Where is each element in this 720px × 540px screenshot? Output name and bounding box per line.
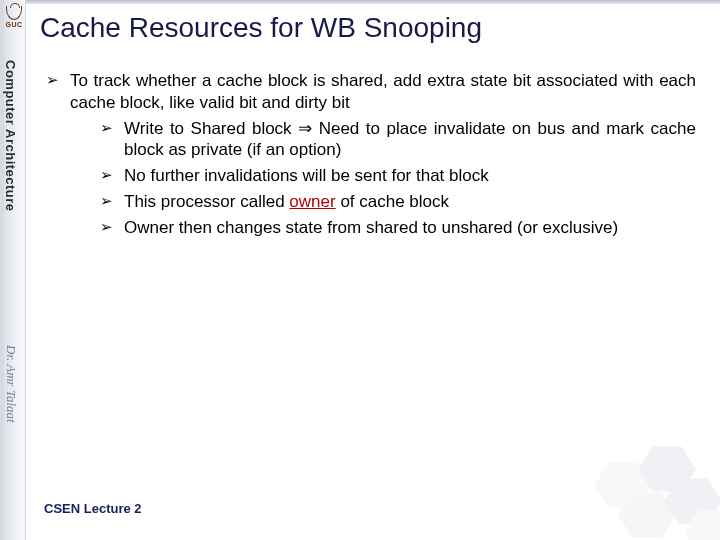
left-sidebar: GUC Computer Architecture Dr. Amr Talaat xyxy=(0,0,26,540)
bullet-sub-3: This processor called owner of cache blo… xyxy=(100,191,696,213)
hex-icon xyxy=(594,460,652,510)
logo-shape-icon xyxy=(6,6,22,20)
hex-icon xyxy=(684,508,720,540)
implies-arrow-icon: ⇒ xyxy=(298,119,312,138)
footer-label: CSEN Lecture 2 xyxy=(44,501,142,516)
slide-title: Cache Resources for WB Snooping xyxy=(40,12,700,44)
owner-keyword: owner xyxy=(289,192,335,211)
slide: GUC Computer Architecture Dr. Amr Talaat… xyxy=(0,0,720,540)
top-accent-bar xyxy=(0,0,720,4)
bullet-sub-2: No further invalidations will be sent fo… xyxy=(100,165,696,187)
bullet-sub4-text: Owner then changes state from shared to … xyxy=(124,218,618,237)
hex-icon xyxy=(618,490,676,540)
bullet-sub1-a: Write to Shared block xyxy=(124,119,298,138)
guc-logo: GUC xyxy=(4,6,24,46)
bullet-sub-1: Write to Shared block ⇒ Need to place in… xyxy=(100,118,696,162)
hex-icon xyxy=(664,476,720,526)
bullet-main: To track whether a cache block is shared… xyxy=(46,70,696,238)
sub-bullets: Write to Shared block ⇒ Need to place in… xyxy=(70,118,696,239)
slide-body: To track whether a cache block is shared… xyxy=(46,70,696,244)
author-label: Dr. Amr Talaat xyxy=(3,345,19,423)
bullet-main-text: To track whether a cache block is shared… xyxy=(70,71,696,112)
bullet-sub3-a: This processor called xyxy=(124,192,289,211)
bullet-sub-4: Owner then changes state from shared to … xyxy=(100,217,696,239)
bullet-sub2-text: No further invalidations will be sent fo… xyxy=(124,166,489,185)
logo-text: GUC xyxy=(5,21,22,28)
hexagon-decoration xyxy=(580,442,720,540)
course-label: Computer Architecture xyxy=(3,60,18,212)
hex-icon xyxy=(638,444,696,494)
bullet-sub3-b: of cache block xyxy=(336,192,449,211)
